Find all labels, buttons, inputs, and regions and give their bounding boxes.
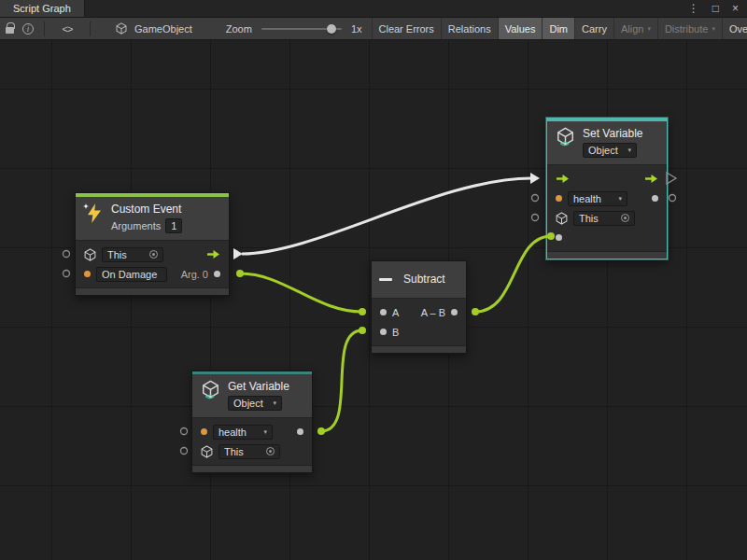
button-label: Overv bbox=[729, 23, 747, 35]
connection-endpoint[interactable] bbox=[236, 270, 244, 277]
flow-out-marker[interactable] bbox=[233, 248, 243, 259]
target-row: This bbox=[192, 441, 312, 461]
variable-name-port[interactable] bbox=[556, 195, 562, 202]
unconnected-port-ring[interactable] bbox=[63, 251, 70, 258]
variable-scope-dropdown[interactable]: Object ▾ bbox=[228, 396, 282, 411]
custom-event-icon bbox=[83, 203, 106, 225]
input-a-port[interactable] bbox=[380, 309, 387, 315]
value-out-port[interactable] bbox=[297, 428, 303, 435]
event-name-row: On Damage Arg. 0 bbox=[76, 264, 229, 284]
node-header[interactable]: Custom Event Arguments 1 bbox=[76, 197, 229, 241]
flow-in-port-icon[interactable] bbox=[556, 174, 570, 184]
result-out-port[interactable] bbox=[451, 309, 458, 315]
event-name-value: On Damage bbox=[102, 269, 157, 280]
value-out-port[interactable] bbox=[652, 195, 658, 202]
unconnected-port-ring[interactable] bbox=[181, 428, 188, 435]
button-label: Clear Errors bbox=[379, 23, 434, 35]
node-header[interactable]: <> Set Variable Object ▾ bbox=[547, 121, 667, 165]
target-object-field[interactable]: This bbox=[218, 444, 280, 459]
value-in-port[interactable] bbox=[556, 234, 562, 241]
arg0-out-port[interactable] bbox=[214, 271, 220, 277]
arguments-input[interactable]: 1 bbox=[165, 218, 182, 233]
event-name-input[interactable]: On Damage bbox=[96, 267, 167, 282]
clear-errors-button[interactable]: Clear Errors bbox=[372, 18, 441, 40]
scope-value: Object bbox=[233, 398, 263, 409]
unconnected-port-ring[interactable] bbox=[63, 271, 70, 277]
object-picker-icon[interactable] bbox=[149, 250, 158, 259]
edit-source-button[interactable]: <> bbox=[51, 23, 83, 35]
node-get-variable[interactable]: <> Get Variable Object ▾ health ▾ bbox=[191, 371, 313, 473]
window-menu-icon[interactable]: ⋮ bbox=[688, 3, 699, 14]
variable-icon: <> bbox=[200, 380, 222, 402]
carry-button[interactable]: Carry bbox=[574, 18, 613, 40]
close-icon[interactable]: × bbox=[732, 3, 739, 14]
node-custom-event[interactable]: Custom Event Arguments 1 This bbox=[75, 192, 230, 296]
values-button[interactable]: Values bbox=[498, 18, 543, 40]
lock-button[interactable] bbox=[0, 23, 19, 34]
chevron-down-icon: ▾ bbox=[647, 25, 651, 33]
node-footer bbox=[76, 287, 229, 295]
info-button[interactable]: i bbox=[19, 23, 37, 35]
node-set-variable[interactable]: <> Set Variable Object ▾ bbox=[546, 118, 668, 259]
node-footer bbox=[547, 251, 667, 259]
connection-endpoint[interactable] bbox=[317, 427, 325, 435]
node-footer bbox=[372, 345, 466, 353]
variable-name-value: health bbox=[573, 193, 601, 204]
variable-name-dropdown[interactable]: health ▾ bbox=[568, 191, 627, 206]
variable-name-row: health ▾ bbox=[192, 422, 312, 441]
unconnected-port-ring[interactable] bbox=[532, 215, 539, 221]
connection-endpoint[interactable] bbox=[359, 327, 366, 334]
unconnected-port-ring[interactable] bbox=[669, 195, 676, 202]
unconnected-port-ring[interactable] bbox=[181, 448, 188, 455]
lock-icon bbox=[6, 27, 14, 34]
button-label: Align bbox=[621, 23, 643, 35]
unconnected-port-ring[interactable] bbox=[532, 195, 539, 202]
target-value: This bbox=[579, 213, 599, 224]
node-body: This On Damage Arg. 0 bbox=[76, 241, 229, 287]
value-in-row bbox=[547, 228, 667, 247]
flow-out-port-icon[interactable] bbox=[644, 174, 658, 184]
relations-button[interactable]: Relations bbox=[441, 18, 498, 40]
input-b-port[interactable] bbox=[380, 329, 387, 335]
subtract-icon bbox=[379, 278, 392, 281]
object-picker-icon[interactable] bbox=[621, 214, 629, 222]
zoom-slider-handle[interactable] bbox=[327, 24, 336, 34]
tab-script-graph[interactable]: Script Graph bbox=[0, 0, 85, 17]
zoom-label: Zoom bbox=[226, 23, 252, 35]
flow-out-port-icon[interactable] bbox=[206, 249, 220, 259]
event-name-port[interactable] bbox=[84, 271, 91, 277]
toolbar-separator bbox=[90, 21, 91, 36]
node-subtract[interactable]: Subtract A A – B B bbox=[371, 260, 467, 354]
maximize-icon[interactable]: □ bbox=[712, 3, 719, 14]
connection-endpoint[interactable] bbox=[359, 308, 366, 315]
target-row: This bbox=[76, 245, 229, 264]
gameobject-cube-icon bbox=[201, 445, 213, 458]
node-body: health ▾ This bbox=[192, 418, 312, 465]
gameobject-cube-icon bbox=[84, 248, 96, 261]
zoom-slider[interactable] bbox=[261, 22, 342, 35]
gameobject-label: GameObject bbox=[134, 23, 192, 35]
node-header[interactable]: Subtract bbox=[372, 261, 466, 299]
node-body: health ▾ This bbox=[547, 165, 667, 251]
connection-endpoint[interactable] bbox=[472, 308, 479, 315]
node-footer bbox=[192, 465, 312, 472]
node-header[interactable]: <> Get Variable Object ▾ bbox=[192, 374, 312, 418]
button-label: Distribute bbox=[665, 23, 708, 35]
overview-button[interactable]: Overv bbox=[722, 18, 747, 40]
variable-name-port[interactable] bbox=[201, 428, 207, 435]
target-object-field[interactable]: This bbox=[573, 211, 635, 226]
align-button[interactable]: Align▾ bbox=[613, 18, 657, 40]
input-a-row: A A – B bbox=[372, 302, 466, 322]
variable-name-row: health ▾ bbox=[547, 189, 667, 208]
node-title: Get Variable bbox=[228, 380, 289, 394]
button-label: Carry bbox=[582, 23, 607, 35]
graph-canvas[interactable]: Custom Event Arguments 1 This bbox=[0, 40, 747, 560]
variable-scope-dropdown[interactable]: Object ▾ bbox=[583, 143, 637, 158]
variable-name-dropdown[interactable]: health ▾ bbox=[213, 425, 273, 440]
flow-in-marker[interactable] bbox=[530, 173, 540, 184]
target-object-field[interactable]: This bbox=[102, 247, 163, 262]
dim-button[interactable]: Dim bbox=[542, 18, 574, 40]
unconnected-flow-port[interactable] bbox=[667, 173, 676, 184]
object-picker-icon[interactable] bbox=[266, 447, 275, 455]
distribute-button[interactable]: Distribute▾ bbox=[657, 18, 722, 40]
